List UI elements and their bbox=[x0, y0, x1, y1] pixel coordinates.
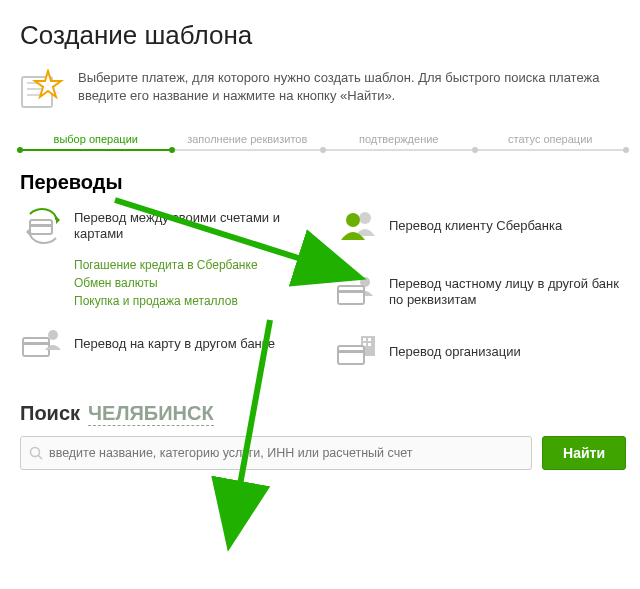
transfer-label: Перевод частному лицу в другой банк по р… bbox=[389, 276, 626, 309]
search-icon bbox=[29, 446, 43, 460]
step-confirm: подтверждение bbox=[323, 133, 475, 151]
sublink-loan[interactable]: Погашение кредита в Сбербанке bbox=[74, 258, 311, 272]
svg-point-24 bbox=[31, 448, 40, 457]
svg-line-25 bbox=[39, 456, 43, 460]
step-choose-op: выбор операции bbox=[20, 133, 172, 151]
sublink-metals[interactable]: Покупка и продажа металлов bbox=[74, 294, 311, 308]
search-input[interactable] bbox=[49, 446, 523, 460]
svg-point-10 bbox=[346, 213, 360, 227]
transfer-person-other-bank[interactable]: Перевод частному лицу в другой банк по р… bbox=[335, 270, 626, 314]
search-region[interactable]: ЧЕЛЯБИНСК bbox=[88, 402, 214, 426]
transfer-label: Перевод клиенту Сбербанка bbox=[389, 218, 562, 234]
transfer-label: Перевод между своими счетами и картами bbox=[74, 210, 311, 243]
card-building-icon bbox=[335, 332, 379, 372]
svg-rect-7 bbox=[23, 342, 49, 345]
svg-rect-19 bbox=[338, 346, 364, 364]
stepper: выбор операции заполнение реквизитов под… bbox=[20, 133, 626, 151]
card-person-grey-icon bbox=[335, 272, 379, 312]
sub-links: Погашение кредита в Сбербанке Обмен валю… bbox=[74, 258, 311, 308]
sublink-exchange[interactable]: Обмен валюты bbox=[74, 276, 311, 290]
transfer-label: Перевод организации bbox=[389, 344, 521, 360]
svg-point-8 bbox=[48, 330, 58, 340]
card-person-icon bbox=[20, 324, 64, 364]
info-box: Выберите платеж, для которого нужно созд… bbox=[20, 69, 626, 113]
person-green-icon bbox=[335, 206, 379, 246]
svg-point-9 bbox=[359, 212, 371, 224]
svg-rect-13 bbox=[338, 290, 364, 293]
svg-rect-18 bbox=[368, 343, 371, 346]
search-title: Поиск bbox=[20, 402, 80, 425]
swap-cards-icon bbox=[20, 206, 64, 246]
transfer-organization[interactable]: Перевод организации bbox=[335, 330, 626, 374]
transfer-card-other-bank[interactable]: Перевод на карту в другом банке bbox=[20, 322, 311, 366]
search-row: Найти bbox=[20, 436, 626, 470]
svg-rect-20 bbox=[338, 350, 364, 353]
info-text: Выберите платеж, для которого нужно созд… bbox=[78, 69, 626, 104]
svg-marker-1 bbox=[35, 71, 61, 97]
svg-rect-12 bbox=[338, 286, 364, 304]
step-fill-req: заполнение реквизитов bbox=[172, 133, 324, 151]
step-status: статус операции bbox=[475, 133, 627, 151]
search-input-wrap[interactable] bbox=[20, 436, 532, 470]
svg-rect-5 bbox=[30, 224, 52, 227]
svg-rect-15 bbox=[363, 338, 366, 341]
page-title: Создание шаблона bbox=[20, 20, 626, 51]
transfers-heading: Переводы bbox=[20, 171, 626, 194]
star-template-icon bbox=[20, 69, 64, 113]
transfer-between-own[interactable]: Перевод между своими счетами и картами bbox=[20, 204, 311, 248]
transfer-sber-client[interactable]: Перевод клиенту Сбербанка bbox=[335, 204, 626, 248]
transfers-col-right: Перевод клиенту Сбербанка Перевод частно… bbox=[335, 204, 626, 374]
transfer-label: Перевод на карту в другом банке bbox=[74, 336, 275, 352]
svg-rect-6 bbox=[23, 338, 49, 356]
svg-marker-2 bbox=[56, 216, 60, 224]
search-title-row: Поиск ЧЕЛЯБИНСК bbox=[20, 402, 626, 426]
find-button[interactable]: Найти bbox=[542, 436, 626, 470]
transfers-col-left: Перевод между своими счетами и картами П… bbox=[20, 204, 311, 374]
transfers-grid: Перевод между своими счетами и картами П… bbox=[20, 204, 626, 374]
svg-rect-16 bbox=[368, 338, 371, 341]
